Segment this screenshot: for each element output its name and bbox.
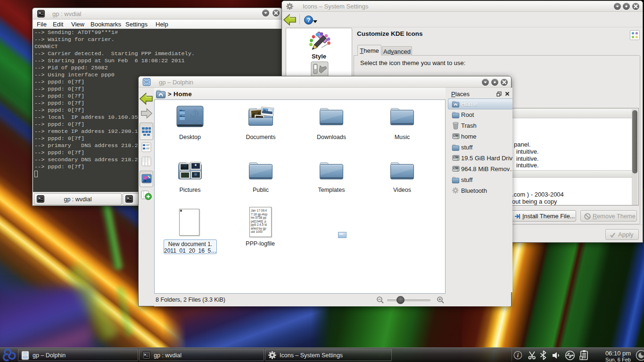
svg-text:?: ?	[307, 17, 311, 24]
svg-text:i: i	[517, 352, 519, 359]
